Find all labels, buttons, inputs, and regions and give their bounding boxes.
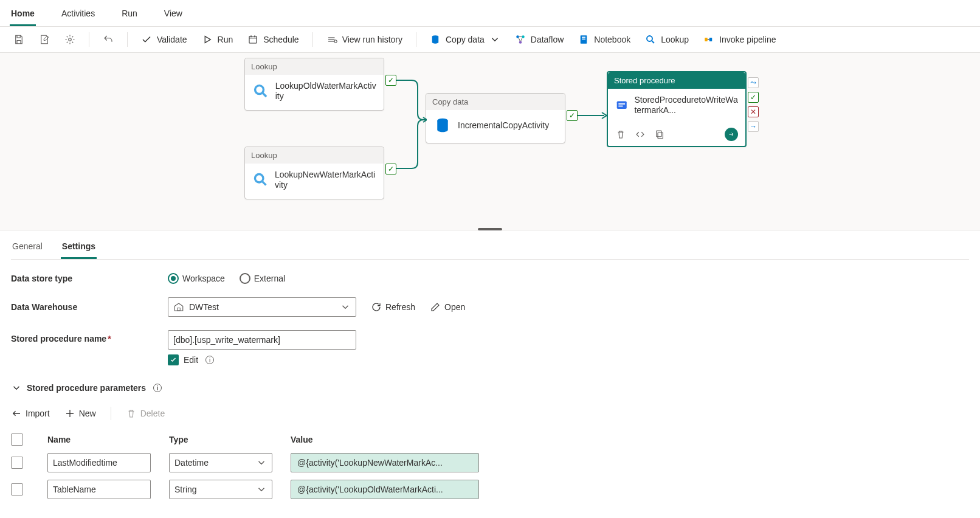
row-checkbox[interactable] (11, 457, 23, 469)
view-run-history-button[interactable]: View run history (322, 32, 407, 47)
data-warehouse-value: DWTest (189, 302, 219, 312)
settings-button[interactable] (60, 32, 80, 47)
save-button[interactable] (9, 32, 29, 47)
run-node-button[interactable] (725, 128, 738, 141)
new-button[interactable]: New (64, 408, 96, 419)
node-type-label: Lookup (245, 58, 384, 75)
success-port[interactable]: ✓ (385, 164, 396, 174)
schedule-button[interactable]: Schedule (243, 32, 303, 47)
run-button[interactable]: Run (197, 32, 238, 47)
svg-rect-11 (705, 38, 708, 41)
required-indicator: * (108, 334, 111, 344)
lookup-label: Lookup (661, 35, 689, 44)
params-section-label: Stored procedure parameters (27, 383, 146, 393)
menu-tab-view[interactable]: View (163, 5, 184, 26)
import-button[interactable]: Import (11, 408, 50, 419)
data-store-type-radios: Workspace External (168, 273, 285, 284)
node-type-label: Copy data (426, 94, 565, 110)
svg-rect-20 (657, 131, 661, 137)
select-all-checkbox[interactable] (11, 433, 23, 446)
chevron-down-icon (489, 34, 500, 45)
copy-data-button[interactable]: Copy data (425, 32, 505, 47)
fail-port[interactable]: ✕ (748, 106, 759, 117)
save-as-icon (39, 34, 50, 45)
notebook-label: Notebook (594, 35, 630, 44)
node-port[interactable]: ✓ (385, 75, 396, 86)
connector (578, 111, 608, 123)
skip-port[interactable]: ⤳ (748, 77, 759, 88)
invoke-pipeline-label: Invoke pipeline (719, 35, 776, 44)
param-row: TableName String @{activity('LookupOldWa… (11, 476, 765, 503)
delete-icon (126, 408, 137, 419)
node-ports: ⤳ ✓ ✕ → (748, 77, 759, 132)
completion-port[interactable]: → (748, 121, 759, 132)
tab-general[interactable]: General (11, 235, 44, 259)
svg-point-0 (69, 38, 72, 41)
dataflow-icon (515, 34, 526, 45)
svg-rect-18 (618, 106, 623, 107)
info-icon[interactable]: i (153, 384, 162, 392)
radio-workspace-label: Workspace (182, 274, 225, 283)
params-section-header[interactable]: Stored procedure parameters i (11, 382, 969, 393)
node-action-bar (608, 124, 745, 146)
save-icon (13, 34, 24, 45)
schedule-label: Schedule (263, 35, 298, 44)
sproc-name-value: [dbo].[usp_write_watermark] (173, 335, 280, 345)
menu-tab-home[interactable]: Home (10, 5, 36, 26)
param-name-value: LastModifiedtime (53, 458, 117, 468)
radio-workspace[interactable]: Workspace (168, 273, 225, 284)
code-icon[interactable] (635, 129, 646, 140)
sproc-name-input[interactable]: [dbo].[usp_write_watermark] (168, 330, 356, 350)
invoke-pipeline-button[interactable]: Invoke pipeline (699, 32, 781, 47)
param-actions: Import New Delete (11, 407, 969, 420)
menu-tab-activities[interactable]: Activities (60, 5, 96, 26)
tab-settings[interactable]: Settings (61, 235, 97, 259)
refresh-button[interactable]: Refresh (371, 302, 415, 313)
info-icon[interactable]: i (205, 356, 214, 364)
validate-button[interactable]: Validate (136, 32, 192, 47)
node-stored-procedure[interactable]: Stored procedure StoredProceduretoWriteW… (607, 71, 747, 147)
calendar-icon (247, 34, 258, 45)
param-value-input[interactable]: @{activity('LookupOldWaterMarkActi... (291, 480, 479, 499)
undo-button[interactable] (98, 32, 119, 47)
menu-tab-run[interactable]: Run (120, 5, 139, 26)
node-port[interactable]: ✓ (567, 110, 578, 121)
data-warehouse-select[interactable]: DWTest (168, 297, 356, 317)
svg-point-14 (255, 174, 263, 182)
notebook-icon (578, 34, 589, 45)
param-type-value: Datetime (174, 458, 209, 468)
node-lookup-old-watermark[interactable]: Lookup LookupOldWaterMarkActivity (244, 58, 384, 111)
param-type-select[interactable]: String (169, 480, 272, 499)
lookup-button[interactable]: Lookup (640, 32, 694, 47)
node-lookup-new-watermark[interactable]: Lookup LookupNewWaterMarkActivity (244, 147, 384, 199)
success-port[interactable]: ✓ (748, 92, 759, 103)
edit-checkbox[interactable] (168, 354, 179, 365)
panel-resize-handle[interactable] (478, 228, 502, 230)
param-type-select[interactable]: Datetime (169, 453, 272, 472)
canvas[interactable]: Lookup LookupOldWaterMarkActivity ✓ Look… (0, 53, 980, 230)
radio-external[interactable]: External (240, 273, 285, 284)
separator (416, 32, 416, 47)
notebook-button[interactable]: Notebook (573, 32, 635, 47)
param-value-input[interactable]: @{activity('LookupNewWaterMarkAc... (291, 453, 479, 472)
param-name-input[interactable]: LastModifiedtime (47, 453, 151, 472)
success-port[interactable]: ✓ (385, 75, 396, 86)
save-as-button[interactable] (34, 32, 55, 47)
node-port[interactable]: ✓ (385, 164, 396, 174)
row-checkbox[interactable] (11, 483, 23, 496)
delete-icon[interactable] (615, 129, 626, 140)
success-port[interactable]: ✓ (567, 110, 578, 121)
node-title: IncrementalCopyActivity (458, 120, 549, 131)
param-row: LastModifiedtime Datetime @{activity('Lo… (11, 449, 765, 476)
delete-button[interactable]: Delete (126, 408, 165, 419)
sproc-name-label-text: Stored procedure name (11, 334, 106, 344)
search-icon (252, 171, 269, 189)
copy-icon[interactable] (654, 129, 665, 140)
param-name-input[interactable]: TableName (47, 480, 151, 499)
open-button[interactable]: Open (430, 302, 465, 313)
svg-rect-1 (249, 36, 257, 43)
dataflow-button[interactable]: Dataflow (510, 32, 568, 47)
copy-data-label: Copy data (446, 35, 485, 44)
refresh-label: Refresh (385, 302, 415, 312)
node-incremental-copy[interactable]: Copy data IncrementalCopyActivity (426, 93, 565, 143)
